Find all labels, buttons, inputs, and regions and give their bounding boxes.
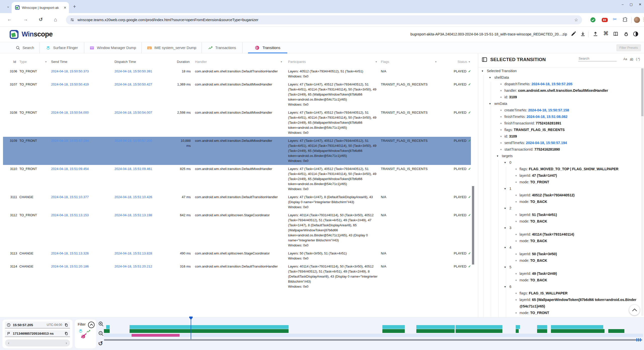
tree-expand-arrow-icon[interactable]: ▾ — [504, 264, 506, 270]
sf-track-segment[interactable] — [416, 325, 455, 329]
table-scrollbar-thumb[interactable] — [472, 186, 474, 265]
filter-presets-button[interactable]: Filter Presets — [616, 44, 641, 51]
browser-tab[interactable]: Winscope | bugreport-ak ✕ — [12, 2, 69, 13]
cell-send[interactable]: 2024-04-18, 15:51:10.377 — [48, 195, 111, 210]
table-row[interactable]: 3113CHANGE2024-04-18, 15:51:13.3262024-0… — [3, 249, 471, 262]
transactions-track-segment[interactable] — [608, 329, 624, 333]
table-row[interactable]: 3112TO_FRONT2024-04-18, 15:51:13.1532024… — [3, 211, 471, 249]
column-header-id[interactable]: Id — [3, 59, 17, 64]
tree-node[interactable]: ▾shellData — [478, 74, 644, 81]
transactions-track-segment[interactable] — [551, 329, 605, 333]
tab-ime-system-server-dump[interactable]: IME system_server Dump — [142, 42, 202, 53]
cell-dispatch[interactable]: 2024-04-18, 15:50:50.391 — [111, 69, 175, 79]
reload-icon[interactable]: ↻ — [39, 17, 43, 22]
sf-track-segment[interactable] — [106, 325, 110, 329]
table-row[interactable]: 3106TO_FRONT2024-04-18, 15:50:50.3732024… — [3, 67, 471, 80]
tab-transactions[interactable]: Transactions — [202, 42, 243, 53]
scissors-extension-icon[interactable]: ✂ — [613, 16, 617, 22]
transactions-filter-icon[interactable] — [86, 329, 91, 334]
table-row[interactable]: 3109TO_FRONT2024-04-18, 15:50:57.1942024… — [3, 137, 471, 165]
tree-expand-arrow-icon[interactable]: ▾ — [489, 74, 491, 81]
filter-arrow-icon[interactable]: ▾ — [45, 59, 47, 64]
tree-expand-arrow-icon[interactable]: ▾ — [504, 225, 506, 231]
tree-expand-arrow-icon[interactable]: ▾ — [504, 159, 506, 166]
copy-ns-icon[interactable] — [64, 332, 68, 335]
tree-expand-arrow-icon[interactable]: ▾ — [489, 100, 491, 107]
whole-word-icon[interactable]: ab — [630, 57, 633, 61]
tree-node[interactable]: ▾targets — [478, 153, 644, 159]
documentation-book-icon[interactable] — [613, 31, 619, 37]
tree-node[interactable]: ▾2 — [478, 205, 644, 211]
transitions-track[interactable] — [104, 334, 643, 337]
current-time-field[interactable]: 15:50:57.205 UTC-04:00 — [5, 322, 70, 328]
cell-dispatch[interactable]: 2024-04-18, 15:51:10.426 — [111, 195, 175, 210]
nanoseconds-field[interactable]: 1713469857205164013 ns — [5, 330, 70, 337]
report-bug-icon[interactable] — [623, 31, 629, 37]
sf-track-segment[interactable] — [551, 325, 603, 329]
tree-node[interactable]: ▾Selected Transition — [478, 68, 644, 74]
cell-dispatch[interactable]: 2024-04-18, 15:51:13.828 — [111, 251, 175, 261]
sf-track-segment[interactable] — [456, 325, 502, 329]
column-header-status[interactable]: Status▾ — [437, 59, 471, 64]
zoom-reset-button[interactable]: ↻ — [98, 340, 103, 347]
tree-expand-arrow-icon[interactable]: ▾ — [497, 153, 498, 159]
forward-icon[interactable]: → — [23, 17, 28, 22]
column-header-flags[interactable]: Flags▾ — [378, 59, 437, 64]
cell-dispatch[interactable]: 2024-04-18, 15:51:09.461 — [111, 166, 175, 192]
dark-mode-toggle-icon[interactable] — [633, 31, 638, 37]
sf-track-segment[interactable] — [537, 325, 547, 329]
tab-surface-flinger[interactable]: Surface Flinger — [40, 42, 84, 53]
sf-track-segment[interactable] — [382, 325, 405, 329]
tab-search[interactable]: Search — [10, 42, 40, 53]
download-icon[interactable] — [580, 31, 586, 37]
cell-send[interactable]: 2024-04-18, 15:50:50.419 — [48, 82, 111, 107]
next-frame-button[interactable]: › — [66, 341, 67, 345]
regex-icon[interactable]: (.*) — [636, 57, 640, 61]
tree-node[interactable]: ▾6 — [478, 283, 644, 290]
table-row[interactable]: 3110TO_FRONT2024-04-18, 15:51:09.4542024… — [3, 165, 471, 193]
sf-track-segment[interactable] — [130, 325, 289, 329]
chrome-menu-icon[interactable]: ⋮ — [642, 17, 644, 22]
column-header-handler[interactable]: Handler▾ — [191, 59, 283, 64]
site-settings-icon[interactable] — [70, 18, 74, 22]
shortcuts-icon[interactable]: ⌘ — [603, 30, 609, 36]
transactions-track-segment[interactable] — [456, 329, 502, 333]
tree-node[interactable]: ▾5 — [478, 264, 644, 270]
filter-arrow-icon[interactable]: ▾ — [281, 59, 282, 64]
table-row[interactable]: 3111CHANGE2024-04-18, 15:51:10.3772024-0… — [3, 193, 471, 211]
cell-dispatch[interactable]: 2024-04-18, 15:50:50.427 — [111, 82, 175, 107]
extensions-puzzle-icon[interactable] — [622, 17, 628, 22]
address-bar[interactable]: winscope.teams.x20web.corp.google.com/pr… — [66, 15, 582, 24]
transactions-track-segment[interactable] — [104, 329, 110, 333]
match-case-icon[interactable]: Aa — [623, 57, 627, 61]
filter-arrow-icon[interactable]: ▾ — [469, 59, 470, 64]
new-tab-button[interactable]: + — [73, 4, 76, 10]
tree-expand-arrow-icon[interactable]: ▾ — [504, 283, 506, 290]
cell-dispatch[interactable]: 2024-04-18, 15:50:57.205 — [111, 138, 175, 163]
tree-node[interactable]: ▾0 — [478, 159, 644, 166]
tree-node[interactable]: ▾1 — [478, 185, 644, 192]
tree-node[interactable]: ▾3 — [478, 225, 644, 231]
table-row[interactable]: 3107TO_FRONT2024-04-18, 15:50:50.4192024… — [3, 80, 471, 109]
column-header-duration[interactable]: Duration — [175, 59, 191, 64]
tree-node[interactable]: ▾wmData — [478, 100, 644, 107]
zoom-out-button[interactable] — [98, 331, 104, 336]
zoom-in-button[interactable] — [98, 321, 104, 327]
nanoseconds-value[interactable]: 1713469857205164013 ns — [13, 332, 54, 335]
filter-arrow-icon[interactable]: ▾ — [435, 59, 436, 64]
filter-collapse-button[interactable] — [88, 322, 95, 328]
upload-icon[interactable] — [593, 31, 598, 37]
column-header-dispatch-time[interactable]: Dispatch Time — [111, 59, 175, 64]
panel-scrollbar[interactable] — [641, 68, 643, 316]
bookmark-star-icon[interactable]: ☆ — [574, 17, 578, 23]
column-header-participants[interactable]: Participants▾ — [283, 59, 378, 64]
current-time-value[interactable]: 15:50:57.205 — [13, 323, 33, 327]
cell-send[interactable]: 2024-04-18, 15:51:13.326 — [48, 251, 111, 261]
url-text[interactable]: winscope.teams.x20web.corp.google.com/pr… — [77, 18, 574, 22]
close-button[interactable]: ✕ — [639, 3, 641, 6]
tab-search-icon[interactable]: ⌄ — [7, 4, 10, 9]
column-header-send-time[interactable]: Send Time — [48, 59, 111, 64]
back-icon[interactable]: ← — [7, 17, 12, 22]
sf-track-segment[interactable] — [516, 325, 520, 329]
timeline-scrollbar[interactable] — [104, 339, 642, 341]
